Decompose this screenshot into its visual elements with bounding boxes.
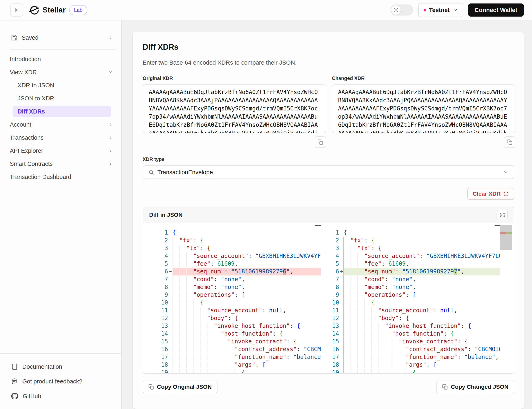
line-number: 12 bbox=[143, 314, 168, 322]
diff-line: 17 "function_name": "balance", bbox=[328, 353, 500, 361]
diff-original-pane[interactable]: 1{2 "tx": {3 "tx": {4 "source_account": … bbox=[143, 229, 321, 373]
diff-pane-divider bbox=[343, 237, 343, 373]
diff-line: 16 "contract_address": "CBCMOI6 bbox=[143, 345, 321, 353]
xdr-type-label: XDR type bbox=[142, 157, 514, 162]
sidebar-item-documentation[interactable]: Documentation bbox=[0, 359, 121, 374]
line-number: 10 bbox=[328, 299, 339, 307]
sidebar-item-label: Transactions bbox=[10, 134, 44, 141]
sidebar-item-label: Saved bbox=[22, 34, 104, 41]
horizontal-scrollbar-right[interactable] bbox=[494, 225, 500, 226]
page-description: Enter two Base-64 encoded XDRs to compar… bbox=[142, 59, 514, 66]
diff-sign bbox=[339, 361, 343, 369]
sidebar-item-api-explorer[interactable]: API Explorer bbox=[0, 144, 121, 157]
code-text: "memo": "none", bbox=[172, 283, 321, 291]
sidebar-item-label: Diff XDRs bbox=[18, 108, 45, 115]
sidebar-item-label: Transaction Dashboard bbox=[10, 174, 71, 180]
diff-line: 7 "cond": "none", bbox=[143, 275, 321, 283]
diff-line: 11 "source_account": null, bbox=[328, 307, 500, 314]
diff-line: 5 "fee": 61609, bbox=[328, 260, 500, 268]
sidebar-item-diff-xdrs[interactable]: Diff XDRs bbox=[13, 106, 111, 117]
sidebar-item-label: GitHub bbox=[23, 393, 41, 400]
code-text: { bbox=[343, 229, 500, 237]
line-number: 3 bbox=[328, 244, 339, 252]
copy-original-json-button[interactable]: Copy Original JSON bbox=[142, 381, 218, 393]
copy-changed-xdr-button[interactable] bbox=[504, 136, 515, 148]
diff-sign bbox=[168, 299, 172, 307]
diff-line: 8 "memo": "none", bbox=[328, 283, 500, 291]
line-number: 19 bbox=[328, 369, 339, 373]
sidebar-item-account[interactable]: Account bbox=[0, 118, 121, 131]
sidebar-item-label: API Explorer bbox=[10, 148, 43, 154]
diff-sign bbox=[168, 353, 172, 361]
diff-editor[interactable]: 1{2 "tx": {3 "tx": {4 "source_account": … bbox=[143, 223, 514, 373]
theme-knob bbox=[391, 5, 401, 15]
diff-line: 4 "source_account": "GBXBHIHKE3LJWKV4YF7… bbox=[143, 252, 321, 260]
diff-line: 9 "operations": [ bbox=[143, 291, 321, 299]
sidebar-nav: IntroductionView XDRXDR to JSONJSON to X… bbox=[0, 53, 121, 183]
diff-line: 17 "function_name": "balance", bbox=[143, 353, 321, 361]
sidebar-item-transactions[interactable]: Transactions bbox=[0, 131, 121, 144]
copy-original-xdr-button[interactable] bbox=[315, 136, 326, 148]
minimap-removed-marker bbox=[500, 232, 506, 234]
theme-toggle[interactable] bbox=[390, 4, 413, 16]
sidebar-item-saved[interactable]: Saved bbox=[7, 31, 116, 44]
clear-xdr-button[interactable]: Clear XDR bbox=[467, 188, 514, 200]
search-icon bbox=[148, 169, 154, 175]
refresh-icon bbox=[503, 191, 509, 197]
changed-xdr-input[interactable]: AAAAAgAAAABuE6DqJtabKrzBfrNo6A0Zt1FrFAV4… bbox=[332, 84, 515, 133]
diff-line: 19 { bbox=[328, 369, 500, 373]
sidebar-item-view-xdr[interactable]: View XDR bbox=[0, 66, 121, 79]
sidebar-item-label: View XDR bbox=[10, 69, 37, 76]
sidebar-item-introduction[interactable]: Introduction bbox=[0, 53, 121, 66]
sidebar-item-label: Smart Contracts bbox=[10, 160, 53, 167]
line-number: 5 bbox=[143, 260, 168, 268]
horizontal-scrollbar-left[interactable] bbox=[315, 225, 321, 226]
sidebar-item-xdr-to-json[interactable]: XDR to JSON bbox=[0, 79, 121, 92]
sidebar-item-feedback[interactable]: Got product feedback? bbox=[0, 374, 121, 389]
code-text: "tx": { bbox=[343, 237, 500, 244]
line-number: 8 bbox=[328, 283, 339, 291]
original-xdr-input[interactable]: AAAAAgAAAABuE6DqJtabKrzBfrNo6A0Zt1FrFAV4… bbox=[142, 84, 326, 133]
xdr-type-select[interactable]: TransactionEnvelope bbox=[142, 166, 514, 179]
network-selector[interactable]: Testnet bbox=[418, 3, 463, 17]
code-text: "cond": "none", bbox=[172, 275, 321, 283]
code-text: "memo": "none", bbox=[343, 283, 500, 291]
chevron-right-icon bbox=[108, 161, 113, 167]
diff-sign bbox=[339, 322, 343, 330]
sidebar-item-smart-contracts[interactable]: Smart Contracts bbox=[0, 157, 121, 170]
diff-sign bbox=[339, 307, 343, 314]
code-text: "host_function": { bbox=[172, 330, 321, 338]
diff-line: 14 "host_function": { bbox=[328, 330, 500, 338]
connect-wallet-button[interactable]: Connect Wallet bbox=[468, 3, 524, 17]
code-text: "source_account": null, bbox=[343, 307, 500, 314]
copy-icon bbox=[507, 139, 513, 145]
sidebar-collapse-button[interactable] bbox=[10, 3, 23, 17]
expand-diff-button[interactable] bbox=[497, 210, 508, 220]
diff-line: 12 "body": { bbox=[143, 314, 321, 322]
header-actions: Testnet Connect Wallet bbox=[390, 3, 524, 17]
sidebar-item-github[interactable]: GitHub bbox=[0, 389, 121, 403]
line-number: 14 bbox=[143, 330, 168, 338]
diff-sign bbox=[339, 275, 343, 283]
vertical-scrollbar[interactable] bbox=[500, 225, 512, 250]
changed-xdr-column: Changed XDR AAAAAgAAAABuE6DqJtabKrzBfrNo… bbox=[332, 75, 515, 148]
copy-changed-json-button[interactable]: Copy Changed JSON bbox=[437, 381, 514, 393]
line-number: 5 bbox=[328, 260, 339, 268]
chevron-right-icon bbox=[108, 135, 113, 140]
sun-icon bbox=[393, 7, 399, 13]
diff-sign bbox=[168, 369, 172, 373]
sidebar: Saved IntroductionView XDRXDR to JSONJSO… bbox=[0, 20, 122, 409]
line-number: 13 bbox=[328, 322, 339, 330]
diff-line: 3 "tx": { bbox=[328, 244, 500, 252]
brand[interactable]: Stellar Lab bbox=[29, 5, 87, 15]
sidebar-item-transaction-dashboard[interactable]: Transaction Dashboard bbox=[0, 170, 121, 183]
line-number: 6 bbox=[328, 268, 339, 275]
line-number: 7 bbox=[328, 275, 339, 283]
line-number: 4 bbox=[328, 252, 339, 260]
code-text: "args": [ bbox=[343, 361, 500, 369]
sidebar-item-label: Got product feedback? bbox=[22, 378, 82, 385]
sidebar-item-json-to-xdr[interactable]: JSON to XDR bbox=[0, 92, 121, 105]
diff-changed-pane[interactable]: 1{2 "tx": {3 "tx": {4 "source_account": … bbox=[328, 229, 500, 373]
diff-sign bbox=[339, 283, 343, 291]
diff-line: 10 { bbox=[328, 299, 500, 307]
